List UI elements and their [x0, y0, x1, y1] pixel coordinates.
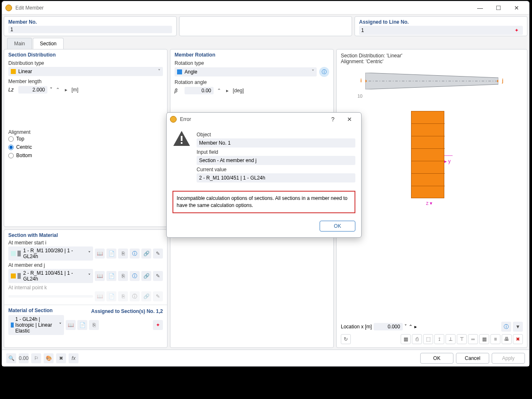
section-with-material-card: Section with Material At member start i …	[4, 229, 167, 348]
wand-button-i[interactable]: ✎	[153, 249, 163, 259]
mat-new-button[interactable]: 📄	[77, 320, 87, 330]
new-button-i[interactable]: 📄	[106, 249, 116, 259]
ptool-9[interactable]: ≡	[490, 334, 500, 344]
member-no-input[interactable]	[10, 27, 170, 32]
copy-button-i[interactable]: ⎘	[118, 249, 128, 259]
tab-section[interactable]: Section	[33, 38, 64, 49]
start-i-select[interactable]: 1 - R_M1 100/280 | 1 - GL24h ˅	[8, 246, 93, 261]
dist-type-value: Linear	[18, 69, 32, 74]
titlebar: Edit Member — ☐ ✕	[2, 1, 529, 15]
error-input-value: Section - At member end j	[197, 156, 355, 165]
loc-picker[interactable]: ˅	[404, 324, 407, 330]
preview-line1: Section Distribution: 'Linear'	[341, 53, 523, 59]
material-select[interactable]: 1 - GL24h | Isotropic | Linear Elastic ˅	[8, 315, 64, 335]
lz-spinner[interactable]: ⌃	[55, 87, 61, 93]
btool-fx[interactable]: fx	[69, 353, 79, 363]
btool-help[interactable]: 🔍	[6, 353, 16, 363]
internal-k-row: 📖 📄 ⎘ ⓘ 🔗 ✎	[8, 291, 163, 301]
start-i-row: 1 - R_M1 100/280 | 1 - GL24h ˅ 📖 📄 ⎘ ⓘ 🔗…	[8, 246, 163, 261]
ptool-10[interactable]: 🖶	[502, 334, 512, 344]
ptool-8[interactable]: ▦	[479, 334, 489, 344]
beta-play[interactable]: ▸	[224, 88, 230, 94]
material-assigned: Assigned to Section(s) No. 1,2	[91, 308, 163, 314]
cancel-button[interactable]: Cancel	[456, 353, 489, 364]
btool-units[interactable]: 0.00	[19, 353, 29, 363]
beta-label: β	[175, 88, 182, 94]
beta-input[interactable]: 0.00	[185, 87, 214, 94]
ptool-close[interactable]: ✖	[513, 334, 523, 344]
lz-play[interactable]: ▸	[63, 87, 69, 93]
close-button[interactable]: ✕	[507, 2, 526, 14]
btool-del[interactable]: ✖	[56, 353, 66, 363]
error-help-button[interactable]: ?	[325, 116, 341, 123]
btool-nav[interactable]: ⚐	[31, 353, 41, 363]
node-i-label: i	[360, 78, 362, 84]
location-input[interactable]: 0.000	[374, 323, 403, 330]
ok-button[interactable]: OK	[420, 353, 453, 364]
right-column: Section Distribution: 'Linear' Alignment…	[336, 49, 527, 348]
end-j-select[interactable]: 2 - R_M1 100/451 | 1 - GL24h ˅	[8, 269, 93, 283]
loc-spinner[interactable]: ⌃	[409, 324, 413, 330]
loc-info-button[interactable]: ⓘ	[501, 322, 511, 332]
maximize-button[interactable]: ☐	[489, 2, 507, 14]
ptool-2[interactable]: ⎙	[412, 334, 422, 344]
error-title: Error	[180, 116, 325, 122]
error-footer: OK	[167, 217, 361, 237]
lib-button-i[interactable]: 📖	[95, 249, 105, 259]
member-rotation-title: Member Rotation	[175, 52, 329, 58]
mat-copy-button[interactable]: ⎘	[89, 320, 99, 330]
error-object-value: Member No. 1	[197, 138, 355, 148]
loc-play[interactable]: ▸	[414, 324, 417, 330]
lz-picker[interactable]: ˅	[50, 87, 52, 93]
rotation-type-select[interactable]: Angle ˅	[175, 67, 317, 76]
assigned-line-input[interactable]	[361, 27, 512, 33]
section-distribution-title: Section Distribution	[8, 52, 163, 58]
wand-button-k: ✎	[153, 291, 163, 301]
ptool-7[interactable]: ═	[468, 334, 478, 344]
ptool-6[interactable]: ⊤	[457, 334, 467, 344]
cross-section-preview: –––▸ y z ▾	[411, 111, 453, 207]
node-j-label: j	[502, 78, 503, 84]
ptool-refresh[interactable]: ↻	[341, 334, 351, 344]
beta-spinner[interactable]: ⌃	[216, 88, 222, 94]
align-bottom[interactable]: Bottom	[8, 153, 163, 158]
left-column: Section Distribution Distribution type L…	[4, 49, 167, 348]
copy-button-j[interactable]: ⎘	[118, 271, 128, 281]
member-length-row: Lz 2.000 ˅ ⌃ ▸ [m]	[8, 86, 163, 94]
align-centric[interactable]: Centric	[8, 144, 163, 150]
wand-button-j[interactable]: ✎	[153, 271, 163, 281]
link-button-j[interactable]: 🔗	[141, 271, 151, 281]
rotation-info-button[interactable]: ⓘ	[319, 67, 329, 77]
pick-line-button[interactable]: ✦	[512, 27, 521, 34]
error-ok-button[interactable]: OK	[320, 221, 355, 232]
lib-button-k: 📖	[95, 291, 105, 301]
ptool-1[interactable]: ▦	[401, 334, 411, 344]
dist-type-select[interactable]: Linear ˅	[8, 67, 163, 76]
taper-preview: i j	[365, 73, 498, 89]
mat-del-button[interactable]: ✦	[153, 320, 163, 330]
tab-main[interactable]: Main	[7, 38, 32, 49]
location-row: Location x [m] 0.000 ˅ ⌃ ▸ ⓘ ▼	[341, 322, 523, 332]
bottom-bar: 🔍 0.00 ⚐ 🎨 ✖ fx OK Cancel Apply	[2, 350, 529, 366]
info-button-i[interactable]: ⓘ	[130, 249, 140, 259]
preview-line2: Alignment: 'Centric'	[341, 59, 523, 64]
mat-lib-button[interactable]: 📖	[66, 320, 76, 330]
svg-rect-6	[181, 142, 182, 144]
lib-button-j[interactable]: 📖	[95, 271, 105, 281]
ptool-4[interactable]: ⟟	[434, 334, 444, 344]
ptool-5[interactable]: ⊥	[446, 334, 456, 344]
rotation-type-value: Angle	[185, 69, 197, 75]
lz-unit: [m]	[71, 87, 79, 93]
loc-filter-button[interactable]: ▼	[513, 322, 523, 332]
btool-color[interactable]: 🎨	[44, 353, 54, 363]
minimize-button[interactable]: —	[471, 2, 489, 14]
beta-unit: [deg]	[233, 88, 244, 94]
lz-input[interactable]: 2.000	[18, 86, 47, 94]
align-top[interactable]: Top	[8, 136, 163, 142]
new-button-j[interactable]: 📄	[106, 271, 116, 281]
error-close-button[interactable]: ✕	[341, 116, 358, 123]
rotation-type-label: Rotation type	[175, 60, 329, 66]
link-button-i[interactable]: 🔗	[141, 249, 151, 259]
ptool-3[interactable]: ⬚	[423, 334, 433, 344]
info-button-j[interactable]: ⓘ	[130, 271, 140, 281]
